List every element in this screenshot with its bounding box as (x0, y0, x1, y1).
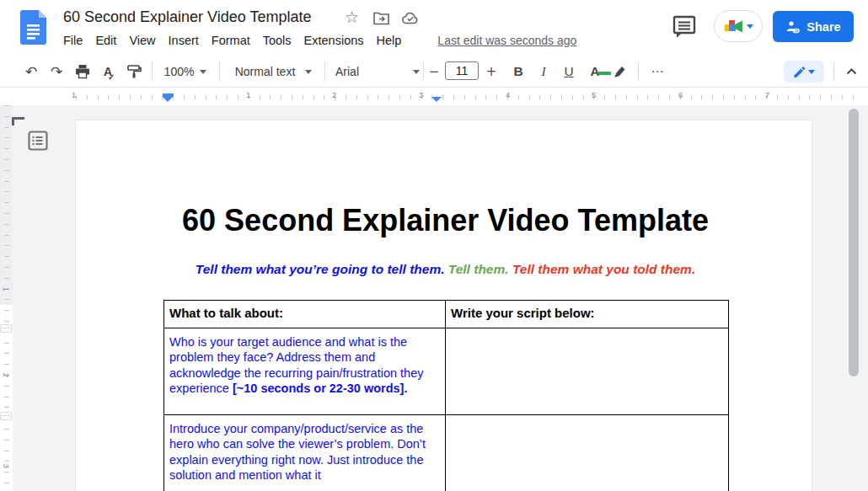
chevron-down-icon (808, 70, 815, 77)
script-table: What to talk about: Write your script be… (163, 300, 729, 491)
subtitle-red-text: Tell them what you told them. (512, 262, 695, 276)
format-toolbar: ↶ ↷ A✓ 100% Normal text (0, 56, 868, 88)
toolbar-separator (152, 62, 153, 80)
print-icon[interactable] (71, 56, 94, 87)
share-person-lock-icon (785, 20, 800, 34)
chevron-down-icon (305, 70, 312, 77)
top-margin-marker[interactable] (12, 117, 24, 125)
ruler-number: 5 (592, 90, 596, 99)
ruler-number: 4 (506, 90, 510, 99)
menu-item-help[interactable]: Help (377, 34, 402, 47)
meet-call-button[interactable] (714, 10, 763, 42)
move-to-folder-icon[interactable] (373, 12, 389, 25)
ruler-number: 3 (2, 460, 11, 472)
share-button-label: Share (806, 20, 840, 34)
text-color-button[interactable]: A (583, 56, 607, 87)
toolbar-separator (324, 62, 325, 80)
ruler-number: 2 (332, 90, 336, 99)
ruler-ticks (76, 95, 861, 99)
document-title[interactable]: 60 Second Explainer Video Template (63, 8, 312, 26)
toolbar-separator (833, 62, 834, 80)
ruler-number: 1 (2, 283, 11, 296)
last-edit-status[interactable]: Last edit was seconds ago (437, 34, 576, 47)
table-cell-script[interactable] (446, 415, 729, 491)
ruler-number: 1 (246, 90, 250, 99)
paragraph-style-select[interactable]: Normal text (229, 56, 318, 87)
bold-button[interactable]: B (507, 56, 529, 87)
table-cell-prompt[interactable]: Who is your target audience and what is … (164, 328, 446, 415)
font-size-input[interactable]: 11 (445, 61, 479, 80)
table-row-resize-handle[interactable]: ⋯ (0, 412, 12, 420)
ruler-number: 3 (419, 90, 423, 99)
menu-bar: File Edit View Insert Format Tools Exten… (63, 34, 576, 47)
chevron-down-icon (747, 24, 753, 32)
comments-icon[interactable] (672, 14, 697, 40)
left-indent-marker[interactable] (163, 93, 174, 102)
document-canvas: 1 2 3 ⋯ ⋯ 60 Second Explainer Video Temp… (0, 105, 868, 491)
table-header-cell[interactable]: Write your script below: (446, 301, 729, 328)
ruler-number: 6 (678, 90, 683, 99)
menu-item-format[interactable]: Format (212, 34, 250, 47)
ruler-number: 1 (72, 90, 76, 99)
font-select[interactable]: Arial (334, 56, 421, 87)
pencil-icon (793, 66, 806, 78)
right-indent-marker[interactable] (431, 97, 442, 102)
vertical-scrollbar-thumb[interactable] (849, 109, 859, 376)
document-outline-icon[interactable] (28, 131, 48, 151)
underline-button[interactable]: U (558, 56, 580, 87)
meet-camera-icon (724, 19, 743, 34)
font-size-increase-button[interactable]: + (482, 56, 501, 87)
menu-item-insert[interactable]: Insert (169, 34, 199, 47)
menu-item-file[interactable]: File (63, 34, 83, 47)
highlight-color-icon[interactable] (608, 56, 632, 87)
prompt-text: Introduce your company/product/service a… (169, 422, 426, 482)
google-docs-window: 60 Second Explainer Video Template ☆ Fil… (0, 0, 868, 491)
app-bar: 60 Second Explainer Video Template ☆ Fil… (0, 0, 868, 56)
star-icon[interactable]: ☆ (345, 8, 359, 26)
table-header-row: What to talk about: Write your script be… (164, 301, 729, 328)
redo-icon[interactable]: ↷ (46, 56, 67, 87)
prompt-bold-text: [~10 seconds or 22-30 words]. (233, 382, 408, 395)
page-content: 60 Second Explainer Video Template Tell … (76, 120, 812, 491)
table-row-resize-handle[interactable]: ⋯ (0, 324, 12, 333)
menu-item-edit[interactable]: Edit (95, 34, 116, 47)
cloud-saved-icon[interactable] (402, 12, 419, 24)
toolbar-separator (638, 62, 639, 80)
collapse-toolbar-icon[interactable] (839, 56, 863, 87)
chevron-down-icon (413, 70, 420, 77)
doc-heading: 60 Second Explainer Video Template (163, 202, 727, 239)
vertical-ruler: 1 2 3 ⋯ ⋯ (0, 105, 13, 491)
doc-subtitle: Tell them what you’re going to tell them… (163, 261, 727, 278)
spellcheck-icon[interactable]: A✓ (96, 56, 120, 87)
more-toolbar-options-button[interactable]: ⋯ (645, 56, 670, 87)
editing-mode-button[interactable] (784, 61, 824, 83)
italic-button[interactable]: I (533, 56, 555, 87)
subtitle-blue-text: Tell them what you’re going to tell them… (196, 262, 445, 276)
table-row: Introduce your company/product/service a… (164, 415, 729, 491)
menu-item-tools[interactable]: Tools (263, 34, 292, 47)
font-size-decrease-button[interactable]: − (425, 56, 443, 87)
document-page[interactable]: 60 Second Explainer Video Template Tell … (76, 120, 812, 491)
subtitle-green-text: Tell them. (448, 262, 509, 276)
ruler-number: 7 (765, 90, 769, 99)
zoom-select[interactable]: 100% (160, 56, 211, 87)
docs-logo-icon[interactable] (20, 10, 46, 45)
share-button[interactable]: Share (773, 11, 854, 42)
menu-item-view[interactable]: View (129, 34, 155, 47)
menu-item-extensions[interactable]: Extensions (304, 34, 364, 47)
chevron-down-icon (200, 70, 206, 77)
table-header-cell[interactable]: What to talk about: (164, 301, 446, 328)
horizontal-ruler: 1 1 2 3 4 5 6 7 (0, 88, 868, 105)
undo-icon[interactable]: ↶ (20, 56, 42, 87)
table-cell-script[interactable] (446, 328, 729, 415)
table-row: Who is your target audience and what is … (164, 328, 729, 415)
ruler-number: 2 (2, 369, 11, 382)
toolbar-separator (219, 62, 220, 80)
toolbar-separator (423, 62, 424, 80)
paint-format-icon[interactable] (122, 56, 146, 87)
table-cell-prompt[interactable]: Introduce your company/product/service a… (164, 415, 446, 491)
